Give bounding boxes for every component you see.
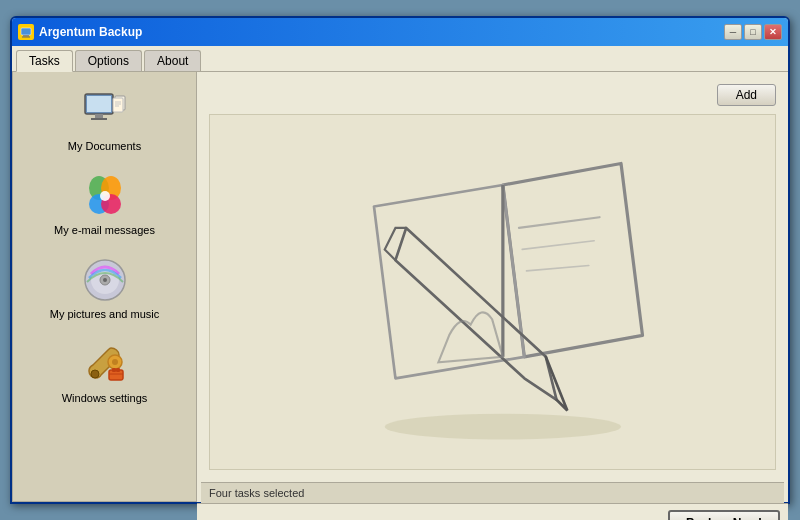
sidebar-item-my-pictures[interactable]: My pictures and music: [17, 248, 192, 328]
svg-rect-25: [112, 368, 116, 372]
svg-point-16: [100, 191, 110, 201]
sidebar: My Documents My e-mail messages: [12, 72, 197, 502]
status-bar: Four tasks selected: [201, 482, 784, 503]
svg-point-21: [91, 370, 99, 378]
backup-now-button[interactable]: Backup Now!: [668, 510, 780, 520]
app-icon: [18, 24, 34, 40]
svg-point-20: [103, 278, 107, 282]
sidebar-label-my-email: My e-mail messages: [54, 224, 155, 236]
main-content: Add: [197, 72, 788, 482]
maximize-button[interactable]: □: [744, 24, 762, 40]
window-title: Argentum Backup: [39, 25, 142, 39]
illustration-area: [209, 114, 776, 470]
title-controls: ─ □ ✕: [724, 24, 782, 40]
sidebar-item-my-documents[interactable]: My Documents: [17, 80, 192, 160]
svg-rect-1: [23, 35, 29, 37]
add-btn-container: Add: [205, 80, 780, 110]
windows-settings-icon: [81, 340, 129, 388]
svg-point-28: [385, 413, 621, 439]
svg-rect-0: [21, 28, 31, 35]
content-area: My Documents My e-mail messages: [12, 72, 788, 502]
status-text: Four tasks selected: [209, 487, 304, 499]
svg-point-23: [112, 359, 118, 365]
tab-options[interactable]: Options: [75, 50, 142, 71]
sidebar-label-windows-settings: Windows settings: [62, 392, 148, 404]
svg-rect-24: [109, 370, 123, 380]
tab-about[interactable]: About: [144, 50, 201, 71]
sidebar-label-my-documents: My Documents: [68, 140, 141, 152]
illustration-svg: [252, 142, 732, 443]
minimize-button[interactable]: ─: [724, 24, 742, 40]
my-email-icon: [81, 172, 129, 220]
main-panel: Add: [197, 72, 788, 502]
title-bar: Argentum Backup ─ □ ✕: [12, 18, 788, 46]
svg-rect-6: [91, 118, 107, 120]
svg-rect-26: [116, 368, 120, 372]
svg-rect-5: [95, 114, 103, 118]
svg-rect-2: [22, 37, 30, 38]
my-documents-icon: [81, 88, 129, 136]
sidebar-item-my-email[interactable]: My e-mail messages: [17, 164, 192, 244]
close-button[interactable]: ✕: [764, 24, 782, 40]
tabs-bar: Tasks Options About: [12, 46, 788, 72]
svg-rect-8: [113, 98, 123, 112]
my-pictures-icon: [81, 256, 129, 304]
sidebar-label-my-pictures: My pictures and music: [50, 308, 159, 320]
add-button[interactable]: Add: [717, 84, 776, 106]
main-window: Argentum Backup ─ □ ✕ Tasks Options Abou…: [10, 16, 790, 504]
sidebar-item-windows-settings[interactable]: Windows settings: [17, 332, 192, 412]
tab-tasks[interactable]: Tasks: [16, 50, 73, 72]
bottom-bar: Backup Now!: [197, 503, 788, 520]
title-bar-left: Argentum Backup: [18, 24, 142, 40]
svg-rect-4: [87, 96, 111, 112]
